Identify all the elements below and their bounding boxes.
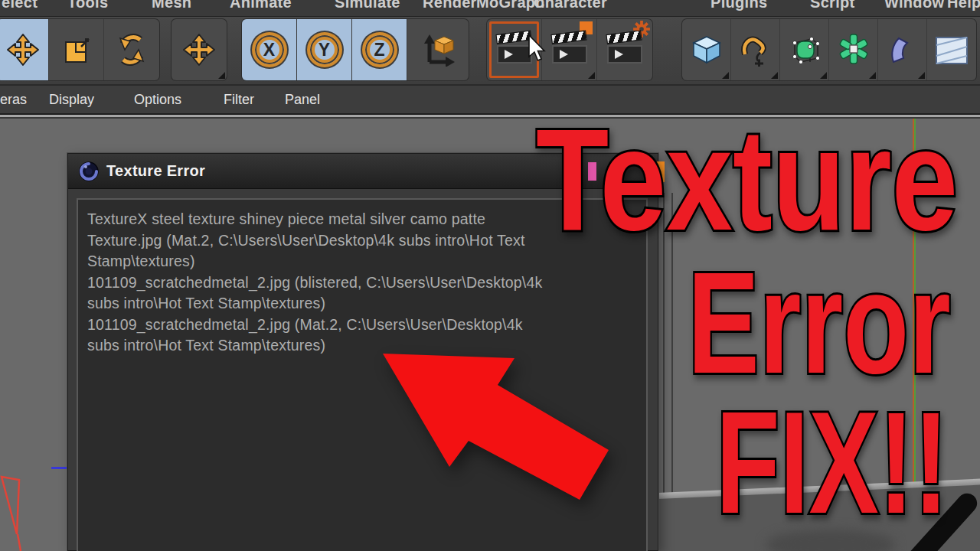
submenu-triangle-icon	[218, 72, 225, 79]
submenu-triangle-icon	[722, 72, 729, 79]
viewport-menu-panel[interactable]: Panel	[285, 86, 320, 113]
rotate-tool-button[interactable]	[104, 19, 159, 80]
render-settings-button[interactable]	[597, 19, 652, 80]
cinema4d-logo-icon	[79, 161, 99, 181]
floor-icon	[935, 33, 969, 67]
submenu-triangle-icon	[820, 72, 827, 79]
overlay-word-texture: Texture	[536, 106, 958, 252]
axis-lock-z-button[interactable]: Z	[352, 19, 407, 80]
coordinate-system-icon	[420, 33, 456, 67]
array-icon	[837, 33, 871, 67]
render-picture-viewer-icon	[552, 34, 587, 65]
move-icon	[182, 33, 216, 67]
menu-plugins[interactable]: Plugins	[710, 0, 767, 11]
submenu-triangle-icon	[918, 72, 925, 79]
menu-character[interactable]: Character	[534, 0, 607, 11]
viewport-menu-options[interactable]: Options	[134, 86, 181, 113]
add-cube-button[interactable]	[682, 19, 731, 80]
submenu-triangle-icon	[588, 72, 595, 79]
menu-tools[interactable]: Tools	[67, 0, 108, 11]
scale-icon	[60, 33, 93, 67]
subdivision-surface-button[interactable]	[780, 19, 829, 80]
recent-tool-move-button[interactable]	[172, 19, 227, 80]
menu-render[interactable]: Render	[423, 0, 477, 11]
axis-z-icon: Z	[362, 32, 397, 67]
axis-z-label: Z	[374, 40, 384, 60]
overlay-word-error: Error	[688, 249, 951, 395]
error-line: 101109_scratchedmetal_2.jpg (blistered, …	[87, 272, 646, 294]
render-group	[487, 19, 652, 80]
bend-icon	[886, 33, 920, 67]
menu-animate[interactable]: Animate	[230, 0, 292, 11]
viewport-menu-display[interactable]: Display	[49, 86, 94, 113]
transform-tool-group	[0, 19, 159, 80]
move-icon	[6, 33, 40, 67]
axis-x-label: X	[263, 40, 275, 60]
axis-lock-x-button[interactable]: X	[242, 19, 297, 80]
spline-icon	[739, 33, 773, 67]
app-window: elect Tools Mesh Animate Simulate Render…	[0, 0, 980, 551]
bend-deformer-button[interactable]	[878, 19, 927, 80]
axis-y-icon: Y	[307, 32, 342, 67]
recent-tool-group	[172, 19, 227, 80]
error-line: 101109_scratchedmetal_2.jpg (Mat.2, C:\U…	[87, 315, 646, 336]
red-spline-outline	[0, 471, 31, 551]
axis-x-icon: X	[252, 32, 287, 67]
array-generator-button[interactable]	[829, 19, 878, 80]
render-picture-viewer-button[interactable]	[542, 19, 597, 80]
main-toolbar: X Y Z	[0, 17, 980, 86]
submenu-triangle-icon	[869, 72, 876, 79]
coordinate-system-button[interactable]	[407, 19, 469, 80]
menu-window[interactable]: Window	[884, 0, 944, 11]
overlay-word-fix: FIX!!	[716, 390, 949, 535]
scale-tool-button[interactable]	[49, 19, 104, 80]
error-line: subs intro\Hot Text Stamp\textures)	[87, 335, 646, 357]
viewport-menu-cameras[interactable]: eras	[0, 86, 27, 113]
menu-help[interactable]: Help	[947, 0, 980, 11]
menu-simulate[interactable]: Simulate	[335, 0, 400, 11]
draw-spline-button[interactable]	[731, 19, 780, 80]
render-view-icon	[497, 34, 532, 65]
viewport-menu-filter[interactable]: Filter	[224, 86, 254, 113]
mouse-cursor-icon	[528, 35, 547, 63]
move-tool-button[interactable]	[0, 19, 49, 80]
dialog-title: Texture Error	[106, 162, 205, 180]
axis-lock-group: X Y Z	[242, 19, 469, 80]
main-menu-bar: elect Tools Mesh Animate Simulate Render…	[0, 0, 980, 17]
floor-environment-button[interactable]	[927, 19, 976, 80]
error-line: subs intro\Hot Text Stamp\textures)	[87, 293, 646, 315]
submenu-triangle-icon	[771, 72, 778, 79]
render-settings-icon	[607, 34, 642, 65]
axis-y-label: Y	[318, 40, 330, 60]
cube-icon	[690, 33, 724, 67]
axis-lock-y-button[interactable]: Y	[297, 19, 352, 80]
subdivision-surface-icon	[788, 33, 822, 67]
menu-select[interactable]: elect	[2, 0, 38, 11]
object-create-group	[682, 19, 976, 80]
menu-script[interactable]: Script	[810, 0, 854, 11]
menu-mesh[interactable]: Mesh	[152, 0, 191, 11]
rotate-icon	[115, 33, 149, 67]
